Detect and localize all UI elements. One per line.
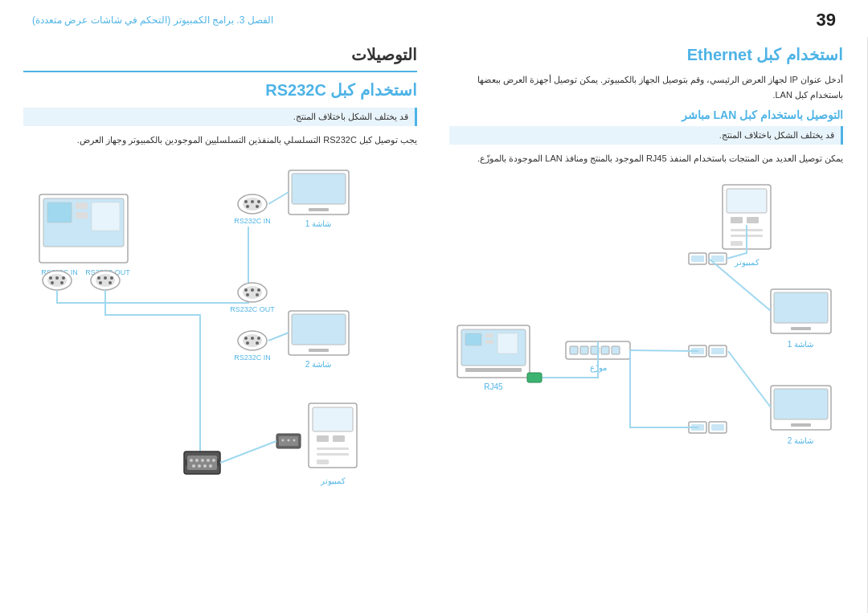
svg-point-65 [108, 281, 112, 284]
svg-point-95 [246, 341, 249, 345]
svg-point-58 [60, 281, 63, 284]
rs232c-title: استخدام كبل RS232C [23, 80, 417, 100]
svg-rect-19 [485, 340, 493, 344]
svg-point-127 [282, 439, 285, 441]
svg-rect-32 [691, 255, 704, 262]
svg-point-62 [104, 276, 107, 280]
svg-point-56 [62, 276, 65, 280]
ethernet-note: قد يختلف الشكل باختلاف المنتج. [449, 126, 843, 145]
svg-rect-110 [317, 460, 329, 464]
svg-point-61 [97, 276, 100, 280]
svg-rect-77 [292, 174, 346, 204]
svg-text:RS232C IN: RS232C IN [234, 217, 271, 225]
svg-point-93 [251, 337, 254, 340]
svg-rect-18 [485, 333, 493, 337]
svg-text:RS232C OUT: RS232C OUT [230, 305, 275, 313]
svg-rect-107 [333, 435, 345, 442]
ethernet-section: استخدام كبل Ethernet أدخل عنوان IP لجهاز… [433, 37, 868, 613]
svg-point-83 [251, 288, 254, 292]
svg-rect-124 [217, 460, 220, 466]
svg-rect-42 [711, 424, 724, 431]
svg-rect-25 [791, 327, 811, 330]
svg-rect-123 [184, 460, 187, 466]
svg-rect-113 [187, 456, 217, 470]
svg-rect-17 [465, 333, 481, 345]
ethernet-diagram: كمبيوتر موزّع [449, 173, 843, 470]
svg-point-85 [246, 293, 249, 296]
svg-rect-108 [317, 447, 349, 450]
page: 39 الفصل 3. برامج الكمبيوتر (التحكم في ش… [0, 0, 868, 613]
svg-point-70 [257, 200, 260, 203]
svg-rect-49 [92, 202, 120, 231]
svg-point-71 [246, 205, 249, 208]
svg-point-117 [207, 459, 210, 462]
connections-title: التوصيلات [23, 45, 417, 64]
svg-point-84 [257, 288, 260, 292]
svg-point-68 [244, 200, 248, 203]
svg-point-114 [190, 459, 193, 462]
svg-rect-3 [747, 217, 759, 223]
svg-point-120 [198, 464, 201, 468]
svg-text:شاشة 2: شاشة 2 [788, 436, 813, 445]
rs232c-body: يجب توصيل كبل RS232C التسلسلي بالمنفذين … [23, 133, 417, 148]
section-divider [23, 71, 417, 72]
svg-text:كمبيوتر: كمبيوتر [320, 476, 346, 486]
svg-point-86 [256, 293, 259, 296]
svg-text:كمبيوتر: كمبيوتر [734, 258, 760, 268]
svg-rect-102 [309, 349, 329, 352]
svg-point-54 [49, 276, 52, 280]
svg-rect-29 [791, 423, 811, 427]
page-number: 39 [817, 10, 836, 31]
lan-subtitle: التوصيل باستخدام كبل LAN مباشر [449, 108, 843, 121]
svg-point-55 [55, 276, 59, 280]
rs232c-section: التوصيلات استخدام كبل RS232C قد يختلف ال… [0, 37, 433, 613]
svg-rect-6 [731, 241, 743, 246]
svg-point-92 [244, 337, 248, 340]
svg-rect-78 [309, 208, 329, 211]
svg-point-116 [201, 459, 204, 462]
svg-point-81 [243, 286, 262, 299]
svg-rect-24 [774, 292, 828, 323]
svg-text:شاشة 2: شاشة 2 [305, 360, 331, 369]
svg-point-67 [243, 198, 262, 210]
svg-rect-1 [727, 189, 767, 213]
svg-rect-106 [317, 435, 329, 442]
svg-rect-34 [711, 255, 724, 262]
svg-point-96 [256, 341, 259, 345]
svg-text:شاشة 1: شاشة 1 [788, 340, 813, 349]
svg-rect-2 [731, 217, 743, 223]
svg-point-63 [110, 276, 113, 280]
svg-rect-9 [570, 346, 578, 354]
svg-point-53 [47, 274, 67, 287]
svg-point-64 [99, 281, 102, 284]
svg-text:شاشة 1: شاشة 1 [305, 219, 331, 228]
svg-rect-20 [497, 333, 518, 353]
svg-rect-38 [711, 348, 724, 354]
svg-rect-48 [76, 212, 88, 219]
svg-rect-105 [313, 407, 353, 431]
svg-rect-109 [317, 453, 349, 456]
svg-rect-10 [580, 346, 588, 354]
svg-point-94 [257, 337, 260, 340]
svg-point-121 [203, 464, 207, 468]
svg-rect-47 [76, 202, 88, 209]
svg-point-129 [293, 439, 296, 441]
svg-point-91 [243, 334, 262, 347]
svg-text:RS232C IN: RS232C IN [234, 353, 271, 362]
svg-point-115 [195, 459, 199, 462]
ethernet-body2: يمكن توصيل العديد من المنتجات باستخدام ا… [449, 151, 843, 166]
svg-point-82 [244, 288, 248, 292]
svg-rect-46 [47, 202, 72, 223]
svg-rect-13 [612, 346, 620, 354]
ethernet-title: استخدام كبل Ethernet [449, 45, 843, 64]
svg-point-118 [212, 459, 215, 462]
svg-text:RJ45: RJ45 [484, 382, 503, 391]
main-content: استخدام كبل Ethernet أدخل عنوان IP لجهاز… [0, 37, 868, 613]
header: 39 الفصل 3. برامج الكمبيوتر (التحكم في ش… [0, 0, 868, 37]
svg-point-72 [256, 205, 259, 208]
svg-rect-28 [774, 389, 828, 419]
svg-point-60 [96, 274, 115, 287]
svg-point-57 [51, 281, 54, 284]
svg-point-69 [251, 200, 254, 203]
svg-point-128 [288, 439, 290, 441]
